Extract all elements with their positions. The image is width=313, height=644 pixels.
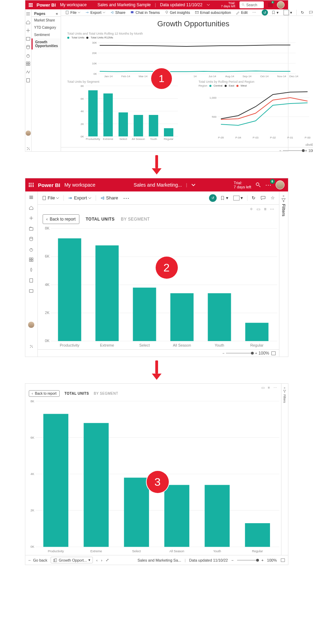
apps-icon[interactable] <box>29 257 34 262</box>
page-item-market-share[interactable]: Market Share <box>32 17 61 24</box>
more-icon[interactable]: ⋯ <box>251 10 258 15</box>
reset-icon[interactable]: ↺ <box>262 9 268 16</box>
chart3-line[interactable]: 500 1,000 P-05 P-04 P-03 P-02 <box>195 87 313 139</box>
edit-button[interactable]: Edit <box>234 10 249 15</box>
more-vis-icon[interactable]: ⋯ <box>270 207 274 212</box>
filter-vis-icon[interactable]: ≡ <box>268 386 270 390</box>
email-sub-button[interactable]: Email subscription <box>193 10 232 15</box>
focused-bar-chart[interactable]: 0K2K4K6K8KProductivityExtremeSelectAll S… <box>38 225 279 348</box>
export-menu[interactable]: Export <box>67 195 93 200</box>
prev-page-icon[interactable]: ‹ <box>96 558 98 562</box>
view-icon[interactable]: ▾ <box>282 10 294 15</box>
go-back-button[interactable]: ←Go back <box>28 558 47 562</box>
notification-badge[interactable]: 8 <box>268 2 273 7</box>
back-to-report-button[interactable]: ‹ Back to report <box>43 214 80 224</box>
file-menu[interactable]: File <box>41 195 61 200</box>
data-hub-icon[interactable] <box>26 45 31 50</box>
browse-icon[interactable] <box>29 226 34 231</box>
filters-pane[interactable]: « Filters <box>279 191 288 357</box>
deploy-icon[interactable] <box>26 70 31 74</box>
fit-icon[interactable] <box>271 351 276 356</box>
workspace-link[interactable]: My workspace <box>60 2 87 7</box>
plus-icon[interactable] <box>29 216 34 221</box>
workspace-avatar[interactable] <box>25 130 31 136</box>
next-page-icon[interactable]: › <box>101 558 102 562</box>
page-selector[interactable]: Growth Opport... ▾ <box>51 557 93 563</box>
exit-fullscreen-icon[interactable]: ⤢ <box>106 558 109 562</box>
menu-icon[interactable] <box>26 11 31 16</box>
avatar[interactable] <box>277 1 285 9</box>
waffle-icon[interactable] <box>29 3 33 7</box>
refresh-icon[interactable]: ↻ <box>250 195 257 200</box>
share-button[interactable]: Share <box>109 10 127 15</box>
deploy-icon[interactable] <box>29 268 34 272</box>
bookmark-icon[interactable]: ▾ <box>219 195 230 200</box>
export-menu[interactable]: Export <box>84 10 107 15</box>
chevron-down-icon[interactable] <box>207 3 210 7</box>
view-icon[interactable]: ▾ <box>232 195 244 200</box>
copyright-label: obviEnce © <box>61 142 313 147</box>
avatar[interactable] <box>276 180 285 189</box>
pin-icon[interactable]: ✧ <box>250 207 253 212</box>
status-bar: ←Go back Growth Opport... ▾ ‹ › ⤢ Sales … <box>25 555 288 565</box>
reset-icon[interactable]: ↺ <box>209 194 217 202</box>
apps-icon[interactable] <box>26 61 31 66</box>
collapse-icon[interactable]: « <box>56 11 58 16</box>
svg-text:0K: 0K <box>45 339 50 343</box>
fullscreen-canvas: ▭ ≡ ⋯ ‹ Back to report TOTAL UNITS BY SE… <box>25 384 281 555</box>
page-item-ytd-category[interactable]: YTD Category <box>32 24 61 31</box>
back-to-report-button[interactable]: ‹ Back to report <box>29 390 60 397</box>
more-vis-icon[interactable]: ⋯ <box>273 386 277 390</box>
learn-icon[interactable] <box>26 78 31 83</box>
metrics-icon[interactable] <box>26 53 31 58</box>
get-insights-button[interactable]: Get insights <box>163 10 191 15</box>
comment-icon[interactable] <box>307 10 313 15</box>
breadcrumb[interactable]: Sales and Marketing... <box>134 182 182 188</box>
svg-text:Extreme: Extreme <box>90 549 102 553</box>
pages-icon <box>53 558 57 562</box>
zoom-bar[interactable]: −+ 100% <box>38 349 279 357</box>
workspace-avatar[interactable] <box>28 321 35 328</box>
workspace-icon[interactable] <box>29 288 34 293</box>
more-icon[interactable]: ⋯8 <box>265 181 271 189</box>
page-item-growth-opportunities[interactable]: Growth Opportunities <box>32 38 61 50</box>
bookmark-icon[interactable]: ▾ <box>270 10 280 15</box>
chart1-line[interactable]: 0K 10K 20K 30K Jan-14 Feb-14 Mar-14 Apr-… <box>64 39 313 79</box>
breadcrumb[interactable]: Sales and Marketing Sample <box>97 2 150 7</box>
svg-rect-68 <box>29 258 31 259</box>
chart2-bar[interactable]: 0K2K4K6K8KProductivityExtremeSelectAll S… <box>64 84 192 141</box>
chat-teams-button[interactable]: Chat in Teams <box>129 10 161 15</box>
home-icon[interactable] <box>26 20 31 25</box>
page-item-sentiment[interactable]: Sentiment <box>32 31 61 38</box>
learn-icon[interactable] <box>29 278 34 283</box>
filters-pane[interactable]: « Filters <box>281 384 288 555</box>
expand-icon[interactable] <box>26 146 31 151</box>
svg-text:Nov-14: Nov-14 <box>277 75 286 78</box>
metrics-icon[interactable] <box>29 247 34 252</box>
data-hub-icon[interactable] <box>29 236 34 241</box>
zoom-bar[interactable]: −+ 100% <box>61 147 313 154</box>
menu-icon[interactable] <box>29 195 34 200</box>
search-input[interactable]: Search <box>240 1 264 8</box>
star-icon[interactable]: ☆ <box>269 195 276 200</box>
app-brand[interactable]: Power BI <box>38 182 60 188</box>
expand-icon[interactable] <box>29 344 34 349</box>
home-icon[interactable] <box>29 205 34 210</box>
app-brand[interactable]: Power BI <box>37 2 56 8</box>
spotlight-icon[interactable]: ▭ <box>261 386 264 390</box>
browse-icon[interactable] <box>26 36 31 41</box>
waffle-icon[interactable] <box>29 183 34 187</box>
filter-vis-icon[interactable]: ≡ <box>264 207 266 212</box>
workspace-link[interactable]: My workspace <box>64 182 95 188</box>
refresh-icon[interactable]: ↻ <box>299 10 305 15</box>
data-updated-label[interactable]: Data updated 11/10/22 <box>160 2 202 7</box>
chevron-down-icon[interactable] <box>191 183 195 187</box>
more-icon[interactable]: ⋯ <box>122 194 131 202</box>
plus-icon[interactable] <box>26 28 31 33</box>
fit-icon[interactable] <box>280 558 285 562</box>
comment-icon[interactable] <box>259 195 267 201</box>
search-icon[interactable] <box>255 182 261 188</box>
spotlight-icon[interactable]: ▭ <box>257 207 260 212</box>
file-menu[interactable]: File <box>64 10 82 15</box>
share-button[interactable]: Share <box>99 195 120 200</box>
